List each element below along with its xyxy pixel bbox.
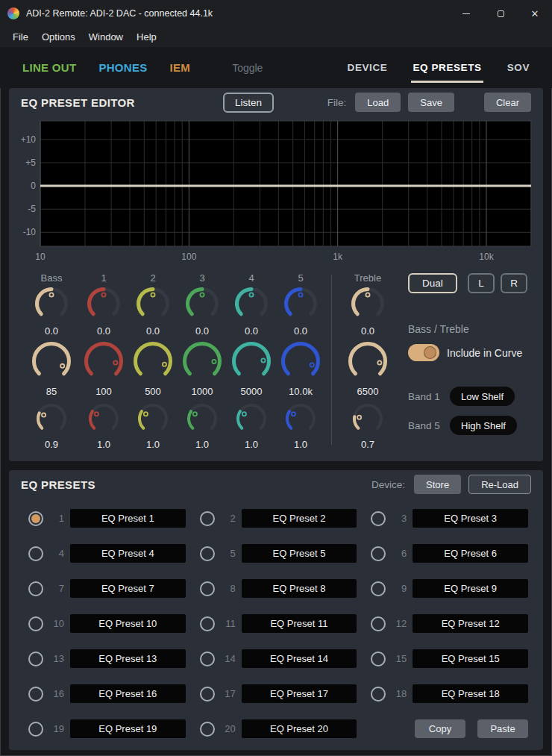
listen-button[interactable]: Listen (223, 93, 274, 113)
preset-radio[interactable] (28, 511, 43, 526)
copy-button[interactable]: Copy (415, 719, 465, 738)
preset-name-field[interactable]: EQ Preset 15 (413, 649, 528, 668)
preset-number: 6 (390, 548, 407, 559)
knob-bass-gain[interactable] (34, 287, 69, 321)
preset-name-field[interactable]: EQ Preset 5 (242, 544, 357, 563)
knob-band5-gain[interactable] (283, 287, 318, 321)
band-label: 2 (150, 272, 155, 285)
include-in-curve-toggle[interactable] (408, 344, 439, 361)
preset-name-field[interactable]: EQ Preset 4 (70, 544, 186, 563)
load-button[interactable]: Load (355, 93, 401, 112)
save-button[interactable]: Save (408, 93, 454, 112)
tab-sov[interactable]: SOV (507, 62, 530, 73)
preset-radio[interactable] (371, 511, 386, 526)
preset-name-field[interactable]: EQ Preset 3 (413, 509, 528, 528)
band5-type-button[interactable]: High Shelf (450, 416, 517, 435)
preset-radio[interactable] (200, 581, 215, 596)
menu-item-help[interactable]: Help (130, 31, 163, 43)
preset-name-field[interactable]: EQ Preset 10 (70, 614, 186, 633)
knob-bass-freq[interactable] (31, 341, 72, 381)
paste-button[interactable]: Paste (477, 719, 528, 738)
store-button[interactable]: Store (414, 475, 461, 494)
knob-band4-gain[interactable] (234, 287, 269, 321)
knob-band5-freq[interactable] (280, 341, 321, 381)
preset-radio[interactable] (200, 687, 215, 702)
knob-value: 5000 (241, 386, 263, 398)
tab-iem[interactable]: IEM (170, 61, 191, 74)
reload-button[interactable]: Re-Load (468, 475, 531, 494)
preset-slot-5: 5EQ Preset 5 (200, 544, 357, 563)
knob-band2-freq[interactable] (133, 341, 173, 381)
clear-button[interactable]: Clear (484, 93, 531, 112)
tab-device[interactable]: DEVICE (348, 62, 388, 73)
preset-radio[interactable] (28, 581, 43, 596)
knob-treble-freq[interactable] (348, 341, 388, 381)
knob-band1-freq[interactable] (84, 341, 124, 381)
left-channel-button[interactable]: L (468, 273, 495, 293)
knob-band2-gain[interactable] (136, 287, 170, 321)
preset-radio[interactable] (200, 616, 215, 631)
knob-value: 1.0 (294, 439, 307, 451)
knob-band4-q[interactable] (236, 403, 267, 434)
preset-name-field[interactable]: EQ Preset 7 (70, 579, 186, 598)
preset-name-field[interactable]: EQ Preset 18 (413, 684, 528, 703)
minimize-button[interactable] (449, 0, 483, 27)
preset-radio[interactable] (200, 722, 215, 737)
knob-treble-gain[interactable] (351, 287, 385, 321)
preset-radio[interactable] (200, 546, 215, 561)
knob-value: 1.0 (146, 439, 160, 451)
preset-name-field[interactable]: EQ Preset 20 (242, 719, 357, 738)
preset-name-field[interactable]: EQ Preset 2 (242, 509, 357, 528)
preset-slot-14: 14EQ Preset 14 (200, 649, 357, 668)
right-channel-button[interactable]: R (501, 273, 527, 293)
preset-name-field[interactable]: EQ Preset 6 (413, 544, 528, 563)
menu-item-window[interactable]: Window (82, 31, 130, 43)
preset-name-field[interactable]: EQ Preset 8 (242, 579, 357, 598)
close-button[interactable]: ✕ (518, 0, 552, 27)
knob-band3-q[interactable] (186, 403, 218, 434)
menu-item-file[interactable]: File (6, 31, 35, 43)
knob-band4-freq[interactable] (231, 341, 272, 381)
device-label: Device: (371, 479, 405, 490)
preset-radio[interactable] (371, 616, 386, 631)
preset-radio[interactable] (371, 546, 386, 561)
preset-name-field[interactable]: EQ Preset 13 (70, 649, 186, 668)
preset-name-field[interactable]: EQ Preset 9 (413, 579, 528, 598)
preset-name-field[interactable]: EQ Preset 14 (242, 649, 357, 668)
knob-band5-q[interactable] (285, 403, 316, 434)
knob-treble-q[interactable] (352, 403, 383, 434)
preset-name-field[interactable]: EQ Preset 16 (70, 684, 186, 703)
preset-radio[interactable] (371, 652, 386, 666)
tab-toggle[interactable]: Toggle (232, 62, 263, 74)
preset-name-field[interactable]: EQ Preset 12 (413, 614, 528, 633)
knob-band1-gain[interactable] (87, 287, 121, 321)
knob-band3-gain[interactable] (185, 287, 219, 321)
dual-button[interactable]: Dual (408, 273, 457, 293)
tab-eq-presets[interactable]: EQ PRESETS (413, 62, 481, 73)
tab-phones[interactable]: PHONES (98, 61, 147, 74)
preset-radio[interactable] (28, 616, 43, 631)
preset-radio[interactable] (28, 687, 43, 702)
knob-bass-q[interactable] (36, 403, 67, 434)
menu-item-options[interactable]: Options (35, 31, 82, 43)
preset-radio[interactable] (200, 511, 215, 526)
preset-radio[interactable] (371, 581, 386, 596)
preset-name-field[interactable]: EQ Preset 17 (242, 684, 357, 703)
preset-radio[interactable] (371, 687, 386, 702)
window-title: ADI-2 Remote: ADI-2 DAC - connected 44.1… (26, 8, 213, 19)
preset-name-field[interactable]: EQ Preset 1 (70, 509, 186, 528)
knob-band3-freq[interactable] (182, 341, 222, 381)
app-icon (7, 7, 19, 19)
maximize-button[interactable] (483, 0, 518, 27)
band1-type-button[interactable]: Low Shelf (450, 387, 515, 406)
preset-radio[interactable] (28, 652, 43, 666)
knob-band1-q[interactable] (88, 403, 119, 434)
preset-radio[interactable] (200, 652, 215, 666)
tab-line-out[interactable]: LINE OUT (22, 61, 76, 74)
preset-radio[interactable] (28, 546, 43, 561)
preset-radio[interactable] (28, 722, 43, 737)
knob-band2-q[interactable] (137, 403, 169, 434)
preset-name-field[interactable]: EQ Preset 11 (242, 614, 357, 633)
close-icon: ✕ (531, 8, 539, 19)
preset-name-field[interactable]: EQ Preset 19 (70, 719, 186, 738)
